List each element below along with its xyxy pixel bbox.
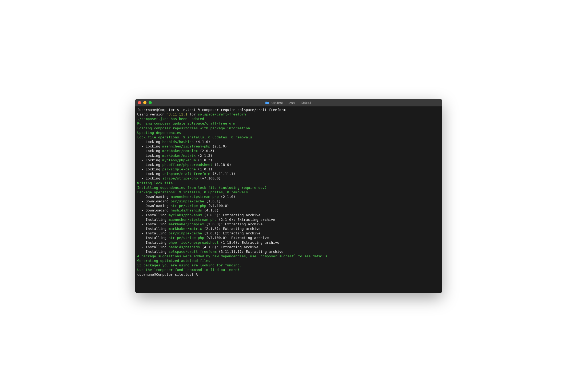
output-line: - Installing maennchen/zipstream-php (2.… <box>137 217 440 222</box>
output-line: Writing lock file <box>137 181 440 185</box>
output-line: - Downloading psr/simple-cache (1.0.1) <box>137 199 440 203</box>
output-line: - Installing solspace/craft-freeform (3.… <box>137 249 440 254</box>
output-line: - Installing hashids/hashids (4.1.0): Ex… <box>137 245 440 249</box>
output-line: - Locking markbaker/complex (2.0.3) <box>137 149 440 153</box>
maximize-button[interactable] <box>149 101 152 104</box>
output-line: 53 packages you are using are looking fo… <box>137 263 440 267</box>
output-line: - Downloading stripe/stripe-php (v7.100.… <box>137 203 440 208</box>
output-line: Generating optimized autoload files <box>137 258 440 263</box>
prompt-line: [username@Computer site.test % composer … <box>137 107 440 112</box>
output-line: - Locking phpoffice/phpspreadsheet (1.18… <box>137 162 440 167</box>
minimize-button[interactable] <box>143 101 146 104</box>
close-button[interactable] <box>138 101 141 104</box>
output-line: ./composer.json has been updated <box>137 117 440 121</box>
traffic-lights <box>138 101 152 104</box>
output-line: - Installing psr/simple-cache (1.0.1): E… <box>137 231 440 235</box>
output-line: Package operations: 9 installs, 0 update… <box>137 190 440 194</box>
output-line: - Locking markbaker/matrix (2.1.3) <box>137 153 440 158</box>
output-line: - Locking stripe/stripe-php (v7.100.0) <box>137 176 440 181</box>
prompt-line: username@Computer site.test % <box>137 272 440 277</box>
output-line: - Locking psr/simple-cache (1.0.1) <box>137 167 440 171</box>
output-line: - Installing markbaker/matrix (2.1.3): E… <box>137 226 440 231</box>
output-line: Loading composer repositories with packa… <box>137 126 440 130</box>
output-line: - Installing myclabs/php-enum (1.8.3): E… <box>137 213 440 217</box>
output-line: - Installing stripe/stripe-php (v7.100.0… <box>137 235 440 240</box>
terminal-window: site.test — -zsh — 134x41 [username@Comp… <box>135 99 442 293</box>
output-line: - Locking maennchen/zipstream-php (2.1.0… <box>137 144 440 149</box>
command-text: composer require solspace/craft-freeform <box>202 108 285 112</box>
folder-icon <box>265 101 269 104</box>
output-line: Using version ^3.11.11.1 for solspace/cr… <box>137 112 440 117</box>
output-line: 4 package suggestions were added by new … <box>137 254 440 258</box>
output-line: - Locking hashids/hashids (4.1.0) <box>137 139 440 144</box>
titlebar: site.test — -zsh — 134x41 <box>135 99 442 106</box>
output-line: - Installing phpoffice/phpspreadsheet (1… <box>137 240 440 245</box>
terminal-body[interactable]: [username@Computer site.test % composer … <box>135 106 442 293</box>
output-line: - Downloading maennchen/zipstream-php (2… <box>137 194 440 199</box>
output-line: - Downloading hashids/hashids (4.1.0) <box>137 208 440 213</box>
window-title: site.test — -zsh — 134x41 <box>138 101 439 105</box>
window-title-text: site.test — -zsh — 134x41 <box>271 101 311 105</box>
output-line: Use the `composer fund` command to find … <box>137 267 440 272</box>
output-line: Running composer update solspace/craft-f… <box>137 121 440 126</box>
output-line: - Locking myclabs/php-enum (1.8.3) <box>137 158 440 162</box>
output-line: - Locking solspace/craft-freeform (3.11.… <box>137 171 440 176</box>
output-line: Updating dependencies <box>137 130 440 135</box>
output-line: Lock file operations: 9 installs, 0 upda… <box>137 135 440 139</box>
output-line: - Installing markbaker/complex (2.0.3): … <box>137 222 440 226</box>
output-line: Installing dependencies from lock file (… <box>137 185 440 190</box>
